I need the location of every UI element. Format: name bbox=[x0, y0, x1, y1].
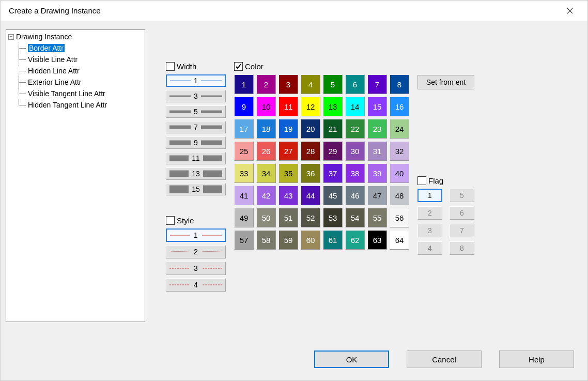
color-swatch[interactable]: 61 bbox=[323, 230, 343, 250]
color-swatch[interactable]: 5 bbox=[323, 74, 343, 94]
style-option[interactable]: 3 bbox=[166, 262, 226, 275]
color-swatch[interactable]: 58 bbox=[256, 230, 276, 250]
color-swatch[interactable]: 29 bbox=[323, 141, 343, 161]
color-swatch[interactable]: 62 bbox=[345, 230, 365, 250]
color-swatch[interactable]: 28 bbox=[301, 141, 320, 161]
flag-option[interactable]: 1 bbox=[417, 189, 442, 202]
flag-option[interactable]: 4 bbox=[417, 241, 442, 255]
color-swatch[interactable]: 41 bbox=[234, 186, 254, 205]
width-checkbox[interactable] bbox=[166, 62, 175, 71]
tree-root[interactable]: − Drawing Instance bbox=[8, 31, 143, 42]
flag-option[interactable]: 7 bbox=[450, 224, 474, 237]
cancel-button[interactable]: Cancel bbox=[407, 350, 482, 368]
color-swatch[interactable]: 18 bbox=[256, 119, 276, 139]
width-option[interactable]: 1 bbox=[166, 74, 226, 87]
color-swatch[interactable]: 36 bbox=[301, 163, 320, 183]
color-swatch[interactable]: 49 bbox=[234, 208, 254, 227]
color-swatch[interactable]: 3 bbox=[278, 74, 298, 94]
color-swatch[interactable]: 13 bbox=[323, 97, 343, 116]
color-swatch[interactable]: 39 bbox=[367, 163, 387, 183]
close-button[interactable] bbox=[559, 3, 581, 19]
color-swatch[interactable]: 46 bbox=[345, 186, 365, 205]
color-swatch[interactable]: 43 bbox=[278, 186, 298, 205]
color-swatch[interactable]: 40 bbox=[390, 163, 409, 183]
color-swatch[interactable]: 20 bbox=[301, 119, 320, 139]
color-swatch[interactable]: 14 bbox=[345, 97, 365, 116]
color-swatch[interactable]: 60 bbox=[301, 230, 320, 250]
color-swatch[interactable]: 42 bbox=[256, 186, 276, 205]
width-option[interactable]: 5 bbox=[166, 105, 226, 118]
color-swatch[interactable]: 7 bbox=[367, 74, 387, 94]
color-swatch[interactable]: 35 bbox=[278, 163, 298, 183]
set-from-ent-button[interactable]: Set from ent bbox=[417, 75, 474, 89]
tree-collapse-icon[interactable]: − bbox=[8, 34, 14, 40]
color-swatch[interactable]: 57 bbox=[234, 230, 254, 250]
tree-item[interactable]: Border Attr bbox=[19, 42, 143, 54]
tree-item[interactable]: Visible Tangent Line Attr bbox=[19, 88, 143, 99]
color-swatch[interactable]: 27 bbox=[278, 141, 298, 161]
color-swatch[interactable]: 30 bbox=[345, 141, 365, 161]
color-swatch[interactable]: 6 bbox=[345, 74, 365, 94]
style-option[interactable]: 1 bbox=[166, 228, 226, 242]
width-option[interactable]: 13 bbox=[166, 167, 226, 180]
color-checkbox[interactable] bbox=[234, 62, 243, 71]
tree-item[interactable]: Hidden Line Attr bbox=[19, 65, 143, 77]
color-swatch[interactable]: 11 bbox=[278, 97, 298, 116]
color-swatch[interactable]: 16 bbox=[390, 97, 409, 116]
color-swatch[interactable]: 17 bbox=[234, 119, 254, 139]
color-swatch[interactable]: 9 bbox=[234, 97, 254, 116]
color-swatch[interactable]: 48 bbox=[390, 186, 409, 205]
color-swatch[interactable]: 25 bbox=[234, 141, 254, 161]
color-swatch[interactable]: 8 bbox=[390, 74, 409, 94]
color-swatch[interactable]: 23 bbox=[367, 119, 387, 139]
color-swatch[interactable]: 51 bbox=[278, 208, 298, 227]
color-swatch[interactable]: 53 bbox=[323, 208, 343, 227]
color-swatch[interactable]: 55 bbox=[367, 208, 387, 227]
width-option[interactable]: 15 bbox=[166, 183, 226, 195]
color-swatch[interactable]: 26 bbox=[256, 141, 276, 161]
flag-option[interactable]: 3 bbox=[417, 224, 442, 237]
style-option[interactable]: 4 bbox=[166, 278, 226, 292]
color-swatch[interactable]: 24 bbox=[390, 119, 409, 139]
color-swatch[interactable]: 4 bbox=[301, 74, 320, 94]
tree-item[interactable]: Visible Line Attr bbox=[19, 54, 143, 65]
color-swatch[interactable]: 1 bbox=[234, 74, 254, 94]
tree-item[interactable]: Exterior Line Attr bbox=[19, 77, 143, 88]
width-option[interactable]: 3 bbox=[166, 90, 226, 102]
color-swatch[interactable]: 22 bbox=[345, 119, 365, 139]
color-swatch[interactable]: 64 bbox=[390, 230, 409, 250]
color-swatch[interactable]: 15 bbox=[367, 97, 387, 116]
color-swatch[interactable]: 10 bbox=[256, 97, 276, 116]
color-swatch[interactable]: 2 bbox=[256, 74, 276, 94]
color-swatch[interactable]: 21 bbox=[323, 119, 343, 139]
color-swatch[interactable]: 19 bbox=[278, 119, 298, 139]
color-swatch[interactable]: 45 bbox=[323, 186, 343, 205]
color-swatch[interactable]: 44 bbox=[301, 186, 320, 205]
flag-option[interactable]: 2 bbox=[417, 206, 442, 220]
color-swatch[interactable]: 33 bbox=[234, 163, 254, 183]
color-swatch[interactable]: 31 bbox=[367, 141, 387, 161]
color-swatch[interactable]: 54 bbox=[345, 208, 365, 227]
color-swatch[interactable]: 34 bbox=[256, 163, 276, 183]
flag-option[interactable]: 5 bbox=[450, 189, 474, 202]
color-swatch[interactable]: 12 bbox=[301, 97, 320, 116]
flag-option[interactable]: 8 bbox=[450, 241, 474, 255]
style-option[interactable]: 2 bbox=[166, 245, 226, 258]
color-swatch[interactable]: 56 bbox=[390, 208, 409, 227]
color-swatch[interactable]: 52 bbox=[301, 208, 320, 227]
color-swatch[interactable]: 63 bbox=[367, 230, 387, 250]
tree-item[interactable]: Hidden Tangent Line Attr bbox=[19, 99, 143, 111]
style-checkbox[interactable] bbox=[166, 216, 175, 225]
flag-option[interactable]: 6 bbox=[450, 206, 474, 220]
width-option[interactable]: 9 bbox=[166, 136, 226, 149]
width-option[interactable]: 11 bbox=[166, 152, 226, 164]
help-button[interactable]: Help bbox=[499, 350, 574, 368]
color-swatch[interactable]: 59 bbox=[278, 230, 298, 250]
flag-checkbox[interactable] bbox=[417, 176, 426, 185]
color-swatch[interactable]: 38 bbox=[345, 163, 365, 183]
width-option[interactable]: 7 bbox=[166, 121, 226, 133]
ok-button[interactable]: OK bbox=[314, 350, 389, 368]
color-swatch[interactable]: 50 bbox=[256, 208, 276, 227]
color-swatch[interactable]: 32 bbox=[390, 141, 409, 161]
color-swatch[interactable]: 37 bbox=[323, 163, 343, 183]
